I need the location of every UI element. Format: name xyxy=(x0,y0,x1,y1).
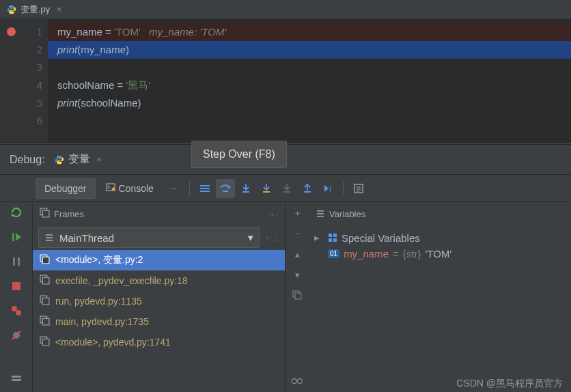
var-type: {str} xyxy=(403,248,421,260)
console-icon xyxy=(106,182,115,194)
stop-icon[interactable] xyxy=(9,279,24,294)
step-into-my-icon[interactable] xyxy=(257,179,276,198)
frame-label: <module>, pydevd.py:1741 xyxy=(55,337,171,348)
rerun-icon[interactable] xyxy=(9,205,24,220)
close-icon[interactable]: × xyxy=(97,155,102,165)
watermark: CSDN @黑马程序员官方 xyxy=(33,376,571,392)
variable-row[interactable]: 01 my_name = {str} 'TOM' xyxy=(314,246,566,262)
code-line[interactable]: print(schoolName) xyxy=(48,94,571,112)
svg-rect-39 xyxy=(333,234,337,237)
svg-rect-33 xyxy=(42,339,49,346)
svg-rect-20 xyxy=(12,376,21,378)
more-icon[interactable]: →· xyxy=(168,183,180,193)
frame-item[interactable]: <module>, 变量.py:2 xyxy=(33,250,285,270)
debug-label: Debug: xyxy=(10,154,45,166)
frame-icon xyxy=(40,275,50,287)
line-gutter: 123456 xyxy=(0,19,48,142)
svg-point-1 xyxy=(12,12,13,12)
expand-icon[interactable]: ▸ xyxy=(314,232,324,244)
svg-text:I: I xyxy=(329,186,331,193)
frame-label: run, pydevd.py:1135 xyxy=(55,296,142,307)
variables-header: Variables xyxy=(309,202,571,225)
add-watch-icon[interactable]: ＋ xyxy=(290,206,304,220)
force-step-icon[interactable] xyxy=(277,179,296,198)
frame-label: execfile, _pydev_execfile.py:18 xyxy=(55,275,188,286)
move-up-icon[interactable]: ▴ xyxy=(290,247,304,261)
chevron-down-icon: ▾ xyxy=(248,232,253,244)
line-number[interactable]: 5 xyxy=(0,94,42,112)
svg-rect-6 xyxy=(223,191,228,192)
frame-item[interactable]: run, pydevd.py:1135 xyxy=(33,291,285,311)
code-line[interactable]: schoolName = '黑马' xyxy=(48,76,571,94)
variables-tree[interactable]: ▸ Special Variables 01 my_name = {str} '… xyxy=(309,225,571,266)
code-line[interactable] xyxy=(48,112,571,130)
special-variables-node[interactable]: ▸ Special Variables xyxy=(314,229,566,246)
variables-panel: Variables ▸ Special Variables 01 my_name… xyxy=(309,202,571,392)
resume-icon[interactable] xyxy=(9,229,24,244)
svg-rect-25 xyxy=(42,257,49,264)
var-badge: 01 xyxy=(328,249,339,258)
next-frame-icon[interactable]: ↓ xyxy=(275,233,280,243)
separator xyxy=(189,181,190,196)
line-number[interactable]: 2 xyxy=(0,41,42,59)
frame-list[interactable]: <module>, 变量.py:2execfile, _pydev_execfi… xyxy=(33,250,285,392)
code-area[interactable]: my_name = 'TOM' my_name: 'TOM'print(my_n… xyxy=(48,19,571,142)
frame-item[interactable]: <module>, pydevd.py:1741 xyxy=(33,332,285,352)
line-number[interactable]: 6 xyxy=(0,112,42,130)
svg-rect-23 xyxy=(42,210,49,217)
line-number[interactable]: 1 xyxy=(0,23,42,41)
python-icon xyxy=(7,5,16,14)
debug-run-tab[interactable]: 变量 × xyxy=(55,152,102,167)
evaluate-icon[interactable] xyxy=(349,179,368,198)
svg-rect-7 xyxy=(242,191,249,193)
svg-point-5 xyxy=(111,188,115,191)
debug-tab-label: 变量 xyxy=(68,152,90,167)
svg-rect-16 xyxy=(12,282,20,290)
thread-selector-row: MainThread ▾ ↑ ↓ xyxy=(33,225,285,250)
svg-point-2 xyxy=(57,156,58,156)
editor-tab-bar: 变量.py × xyxy=(0,0,571,19)
svg-rect-40 xyxy=(329,238,332,242)
debug-header: Debug: 变量 × Step Over (F8) xyxy=(0,145,571,175)
line-number[interactable]: 3 xyxy=(0,59,42,76)
frame-item[interactable]: main, pydevd.py:1735 xyxy=(33,311,285,332)
close-icon[interactable]: × xyxy=(57,5,61,14)
debug-panels: Frames →· MainThread ▾ ↑ ↓ <module>, 变量.… xyxy=(0,202,571,392)
step-over-icon[interactable] xyxy=(216,179,235,198)
remove-watch-icon[interactable]: － xyxy=(290,227,304,240)
svg-rect-14 xyxy=(13,257,15,266)
duplicate-icon[interactable] xyxy=(290,288,304,302)
line-number[interactable]: 4 xyxy=(0,76,42,94)
debugger-tab[interactable]: Debugger xyxy=(36,178,96,199)
svg-point-17 xyxy=(12,306,17,311)
svg-rect-8 xyxy=(263,191,270,193)
breakpoint-icon[interactable] xyxy=(7,27,16,36)
mute-breakpoints-icon[interactable] xyxy=(9,328,24,343)
move-down-icon[interactable]: ▾ xyxy=(290,268,304,281)
svg-point-3 xyxy=(60,162,61,163)
prev-frame-icon[interactable]: ↑ xyxy=(265,233,270,243)
step-into-icon[interactable] xyxy=(236,179,255,198)
view-breakpoints-icon[interactable] xyxy=(9,303,24,318)
variables-toolbar: ＋ － ▴ ▾ xyxy=(286,202,309,392)
frame-item[interactable]: execfile, _pydev_execfile.py:18 xyxy=(33,270,285,291)
code-line[interactable]: my_name = 'TOM' my_name: 'TOM' xyxy=(48,23,571,41)
step-out-icon[interactable] xyxy=(298,179,317,198)
code-line[interactable]: print(my_name) xyxy=(48,41,571,59)
frame-label: main, pydevd.py:1735 xyxy=(55,316,149,327)
run-to-cursor-icon[interactable]: I xyxy=(318,179,337,198)
console-tab[interactable]: Console xyxy=(97,178,163,199)
layout-icon[interactable] xyxy=(9,372,24,387)
svg-rect-27 xyxy=(42,277,49,284)
thread-icon xyxy=(44,233,54,242)
thread-dropdown[interactable]: MainThread ▾ xyxy=(38,227,260,248)
code-editor[interactable]: 123456 my_name = 'TOM' my_name: 'TOM'pri… xyxy=(0,19,571,142)
editor-tab-label: 变量.py xyxy=(20,3,50,16)
step-over-tooltip: Step Over (F8) xyxy=(191,141,287,168)
code-line[interactable] xyxy=(48,59,571,76)
restore-icon[interactable]: →· xyxy=(266,209,278,219)
show-exec-icon[interactable] xyxy=(195,179,214,198)
special-variables-label: Special Variables xyxy=(342,232,420,244)
editor-tab[interactable]: 变量.py × xyxy=(0,0,68,18)
pause-icon[interactable] xyxy=(9,254,24,269)
